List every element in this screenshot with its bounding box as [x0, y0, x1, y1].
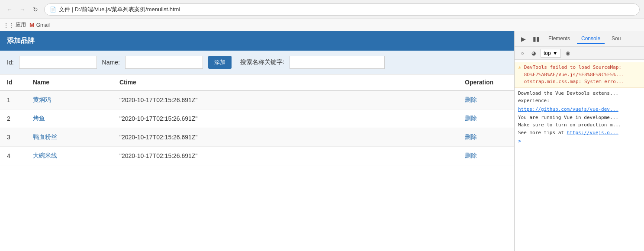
expand-arrow-icon[interactable]: > [518, 138, 521, 144]
id-label: Id: [7, 59, 14, 66]
cell-id: 2 [0, 109, 26, 128]
context-select[interactable]: top ▼ [541, 49, 561, 58]
console-warn-message: ⚠ DevTools failed to load SourceMap:8D%E… [515, 62, 644, 88]
page-content: 添加品牌 Id: Name: 添加 搜索名称关键字: Id Name [0, 31, 514, 251]
warn-text: DevTools failed to load SourceMap:8D%E7%… [524, 64, 625, 86]
cell-id: 4 [0, 147, 26, 165]
table-row: 4 大碗米线 "2020-10-17T02:15:26.691Z" 删除 [0, 147, 514, 165]
cell-name: 黄焖鸡 [26, 90, 113, 109]
col-ctime: Ctime [113, 74, 458, 90]
reload-button[interactable]: ↻ [30, 4, 41, 15]
nav-buttons: ← → ↻ [4, 4, 41, 15]
devtools-toolbar: ○ ◕ top ▼ ◉ [515, 47, 644, 60]
context-value: top [544, 50, 551, 56]
search-input[interactable] [290, 56, 385, 69]
cell-operation: 删除 [458, 147, 514, 165]
device-toolbar-button[interactable]: ▮▮ [531, 34, 541, 44]
table-body: 1 黄焖鸡 "2020-10-17T02:15:26.691Z" 删除 2 烤鱼… [0, 90, 514, 165]
filter-button[interactable]: ◕ [529, 49, 538, 58]
tab-console[interactable]: Console [577, 34, 605, 44]
col-operation: Operation [458, 74, 514, 90]
tab-sources[interactable]: Sou [607, 34, 625, 44]
table-row: 3 鸭血粉丝 "2020-10-17T02:15:26.691Z" 删除 [0, 128, 514, 147]
cell-ctime: "2020-10-17T02:15:26.691Z" [113, 128, 458, 147]
console-link-1[interactable]: https://github.com/vuejs/vue-dev... [518, 106, 641, 112]
delete-button-3[interactable]: 删除 [465, 152, 477, 159]
back-button[interactable]: ← [4, 4, 15, 15]
cell-operation: 删除 [458, 128, 514, 147]
gmail-label: Gmail [36, 22, 50, 28]
cell-ctime: "2020-10-17T02:15:26.691Z" [113, 147, 458, 165]
address-bar[interactable]: 📄 文件 | D:/前端/Vue.js/菜单列表案例/menulist.html [44, 3, 640, 16]
delete-button-0[interactable]: 删除 [465, 96, 477, 103]
cell-operation: 删除 [458, 90, 514, 109]
page-title: 添加品牌 [7, 37, 35, 44]
table-row: 2 烤鱼 "2020-10-17T02:15:26.691Z" 删除 [0, 109, 514, 128]
cell-ctime: "2020-10-17T02:15:26.691Z" [113, 90, 458, 109]
table-wrapper: Id Name Ctime Operation 1 黄焖鸡 "2020-10-1… [0, 74, 514, 251]
cell-name: 烤鱼 [26, 109, 113, 128]
form-area: Id: Name: 添加 搜索名称关键字: [0, 51, 514, 74]
url-text: 文件 | D:/前端/Vue.js/菜单列表案例/menulist.html [59, 6, 180, 13]
apps-button[interactable]: ⋮⋮ 应用 [3, 21, 26, 29]
cell-id: 1 [0, 90, 26, 109]
tab-elements[interactable]: Elements [544, 34, 574, 44]
devtools-panel: ▶ ▮▮ Elements Console Sou ○ ◕ top ▼ ◉ [514, 31, 644, 251]
search-label: 搜索名称关键字: [240, 58, 284, 66]
gmail-button[interactable]: M Gmail [29, 22, 50, 29]
warning-icon: ⚠ [518, 64, 522, 86]
console-message-2: You are running Vue in developme...Make … [518, 112, 641, 138]
cell-name: 鸭血粉丝 [26, 128, 113, 147]
delete-button-2[interactable]: 删除 [465, 133, 477, 140]
name-input[interactable] [125, 56, 203, 69]
vuejs-link[interactable]: https://vuejs.o... [567, 130, 618, 135]
add-button[interactable]: 添加 [208, 56, 232, 69]
gmail-icon: M [29, 22, 35, 29]
delete-button-1[interactable]: 删除 [465, 115, 477, 122]
table-row: 1 黄焖鸡 "2020-10-17T02:15:26.691Z" 删除 [0, 90, 514, 109]
name-label: Name: [102, 59, 120, 66]
cell-id: 3 [0, 128, 26, 147]
cell-ctime: "2020-10-17T02:15:26.691Z" [113, 109, 458, 128]
bookmarks-bar: ⋮⋮ 应用 M Gmail [0, 19, 644, 31]
lock-icon: 📄 [50, 6, 56, 13]
id-input[interactable] [19, 56, 97, 69]
browser-toolbar: ← → ↻ 📄 文件 | D:/前端/Vue.js/菜单列表案例/menulis… [0, 0, 644, 19]
col-id: Id [0, 74, 26, 90]
clear-console-button[interactable]: ○ [518, 49, 527, 58]
devtools-topbar: ▶ ▮▮ Elements Console Sou [515, 31, 644, 47]
eye-button[interactable]: ◉ [564, 49, 572, 58]
forward-button[interactable]: → [17, 4, 28, 15]
chevron-down-icon: ▼ [553, 50, 558, 56]
console-message-1: Download the Vue Devtools extens...exper… [518, 88, 641, 106]
devtools-console: ⚠ DevTools failed to load SourceMap:8D%E… [515, 60, 644, 251]
cell-operation: 删除 [458, 109, 514, 128]
inspect-element-button[interactable]: ▶ [518, 34, 528, 44]
cell-name: 大碗米线 [26, 147, 113, 165]
apps-grid-icon: ⋮⋮ [3, 22, 14, 28]
console-expandable[interactable]: > [518, 138, 641, 144]
table-header: Id Name Ctime Operation [0, 74, 514, 90]
page-header: 添加品牌 [0, 31, 514, 51]
apps-label: 应用 [16, 21, 26, 29]
col-name: Name [26, 74, 113, 90]
main-layout: 添加品牌 Id: Name: 添加 搜索名称关键字: Id Name [0, 31, 644, 251]
data-table: Id Name Ctime Operation 1 黄焖鸡 "2020-10-1… [0, 74, 514, 165]
